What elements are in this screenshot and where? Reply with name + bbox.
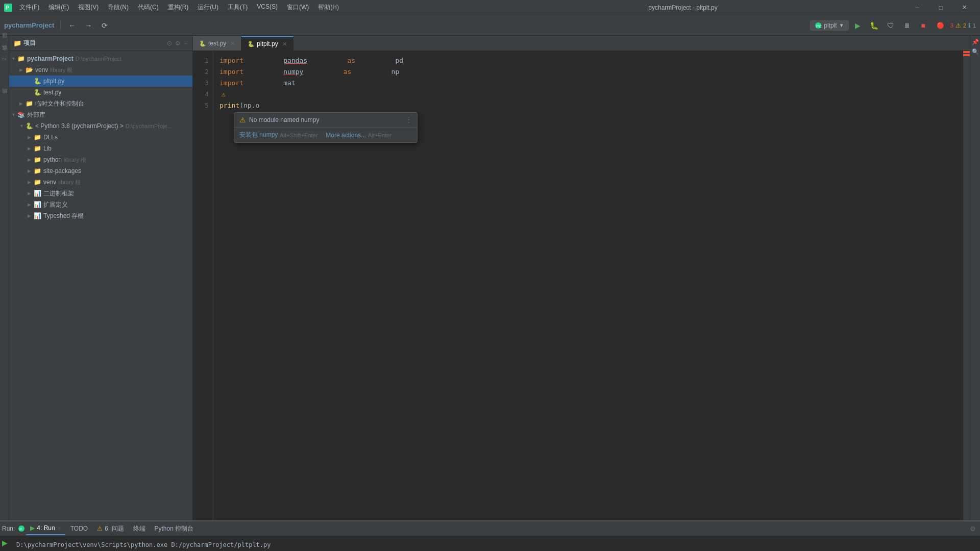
left-label-1[interactable]: 1: 项目 — [0, 40, 9, 49]
menu-file[interactable]: 文件(F) — [15, 2, 43, 13]
tree-binary[interactable]: ▶ 📊 二进制框架 — [9, 188, 192, 199]
menu-vcs[interactable]: VCS(S) — [253, 2, 282, 13]
tree-dlls[interactable]: ▶ 📁 DLLs — [9, 132, 192, 143]
run-tab-python-console[interactable]: Python 控制台 — [151, 522, 198, 535]
terminal-output: D:\pycharmProject\venv\Scripts\python.ex… — [10, 536, 980, 551]
tab-pltplt[interactable]: 🐍 pltplt.py ✕ — [241, 36, 293, 51]
code-line-4: ⚠ — [219, 89, 957, 100]
popup-warn-icon: ⚠ — [239, 116, 246, 124]
menu-nav[interactable]: 导航(N) — [104, 2, 133, 13]
toolbar-btn-2[interactable]: → — [81, 18, 95, 33]
tree-python-lib[interactable]: ▶ 📁 python library 根 — [9, 154, 192, 165]
module-numpy: numpy — [283, 66, 303, 78]
run-tab-terminal[interactable]: 终端 — [129, 522, 150, 535]
alias-np: np — [391, 66, 400, 78]
menu-run[interactable]: 运行(U) — [193, 2, 223, 13]
coverage-button[interactable]: 🛡 — [884, 18, 898, 33]
tree-sitepackages[interactable]: ▶ 📁 site-packages — [9, 165, 192, 177]
close-button[interactable]: ✕ — [952, 0, 976, 15]
tree-label-python38: < Python 3.8 (pycharmProject) > — [35, 122, 124, 130]
toolbar-btn-3[interactable]: ⟳ — [97, 18, 112, 33]
maximize-button[interactable]: □ — [929, 0, 952, 15]
run-tab-python-console-label: Python 控制台 — [155, 524, 194, 533]
kw-import-3: import — [219, 78, 243, 89]
popup-action-install[interactable]: 安装包 numpy Alt+Shift+Enter — [239, 131, 317, 139]
menu-tools[interactable]: 工具(T) — [224, 2, 252, 13]
profile-button[interactable]: ⏸ — [900, 18, 914, 33]
run-tab-run-icon: ▶ — [30, 524, 35, 532]
tree-venv2[interactable]: ▶ 📁 venv library 根 — [9, 177, 192, 188]
tree-lib[interactable]: ▶ 📁 Lib — [9, 143, 192, 154]
tree-label-testpy: test.py — [43, 89, 61, 96]
tree-extlib[interactable]: ▼ 📚 外部库 — [9, 109, 192, 120]
tree-python38[interactable]: ▼ 🐍 < Python 3.8 (pycharmProject) > D:\p… — [9, 120, 192, 132]
menu-edit[interactable]: 编辑(E) — [44, 2, 73, 13]
stop-button[interactable]: ■ — [916, 18, 930, 33]
more-shortcut: Alt+Enter — [368, 132, 391, 138]
tree-pltplt[interactable]: ▶ 🐍 pltplt.py — [9, 76, 192, 87]
left-label-3[interactable]: 结构 — [0, 96, 9, 100]
menu-view[interactable]: 视图(V) — [74, 2, 103, 13]
run-label: Run: — [2, 525, 15, 532]
popup-menu-icon[interactable]: ⋮ — [406, 116, 412, 123]
settings-gear-btn[interactable]: ⚙ — [968, 524, 978, 534]
run-config-selector[interactable]: PC pltplt ▼ — [810, 20, 848, 31]
tree-testpy[interactable]: ▶ 🐍 test.py — [9, 87, 192, 98]
warn-icon-line4: ⚠ — [222, 89, 226, 100]
project-panel: 📁 项目 ⊙ ⚙ − ▼ 📁 pycharmProject D:\pycharm… — [9, 36, 193, 520]
menu-help[interactable]: 帮助(H) — [314, 2, 343, 13]
line-numbers: 1 2 3 4 5 — [193, 51, 213, 520]
tab-close-pltplt[interactable]: ✕ — [282, 41, 287, 47]
menu-refactor[interactable]: 重构(R) — [164, 2, 193, 13]
right-icon-2[interactable]: 🔍 — [971, 47, 980, 56]
tree-root[interactable]: ▼ 📁 pycharmProject D:\pycharmProject — [9, 53, 192, 64]
code-editor[interactable]: 1 2 3 4 5 import pandas as pd import num… — [193, 51, 970, 520]
minimize-button[interactable]: ─ — [905, 0, 929, 15]
popup-title: No module named numpy — [249, 116, 403, 123]
warn-icon: ⚠ — [955, 22, 961, 29]
tree-arrow-venv: ▶ — [19, 67, 26, 72]
info-icon: ℹ — [968, 22, 971, 29]
install-label: 安装包 numpy — [239, 131, 278, 139]
run-tab-todo[interactable]: TODO — [66, 522, 92, 535]
right-icon-1[interactable]: 📌 — [971, 38, 980, 46]
menu-window[interactable]: 窗口(W) — [283, 2, 313, 13]
more-label: More actions... — [326, 132, 366, 139]
run-btn[interactable]: ▶ — [1, 538, 9, 548]
info-count: 1 — [973, 22, 976, 29]
pycharm-icon: PC — [815, 22, 822, 29]
run-button[interactable]: ▶ — [851, 18, 865, 33]
tree-icon-pltplt: 🐍 — [34, 78, 41, 85]
tree-extensions[interactable]: ▶ 📊 扩展定义 — [9, 199, 192, 210]
tree-label-typeshed: Typeshed 存根 — [43, 212, 84, 220]
tree-typeshed[interactable]: ▶ 📊 Typeshed 存根 — [9, 210, 192, 221]
kw-import-1: import — [219, 55, 243, 66]
tree-arrow-sitepackages: ▶ — [28, 168, 34, 173]
alias-pd: pd — [395, 55, 403, 66]
run-tab-problems[interactable]: ⚠ 6: 问题 — [93, 522, 128, 535]
tab-testpy[interactable]: 🐍 test.py ✕ — [193, 36, 241, 51]
tree-label-extensions: 扩展定义 — [43, 201, 68, 209]
tree-venv[interactable]: ▶ 📂 venv library 根 — [9, 64, 192, 76]
scope-btn[interactable]: ⊙ — [166, 39, 173, 48]
hide-btn[interactable]: − — [183, 39, 188, 48]
error-icon: 🔴 — [937, 22, 944, 29]
titlebar: P 文件(F) 编辑(E) 视图(V) 导航(N) 代码(C) 重构(R) 运行… — [0, 0, 980, 15]
debug-button[interactable]: 🐛 — [867, 18, 881, 33]
run-tab-run-close[interactable]: ✕ — [57, 525, 61, 531]
svg-text:P: P — [19, 527, 22, 532]
numpy-popup: ⚠ No module named numpy ⋮ 安装包 numpy Alt+… — [234, 112, 418, 143]
menu-code[interactable]: 代码(C) — [134, 2, 163, 13]
settings-btn[interactable]: ⚙ — [174, 39, 182, 48]
tree-icon-temp: 📁 — [26, 100, 33, 107]
tree-temp[interactable]: ▶ 📁 临时文件和控制台 — [9, 98, 192, 109]
paren-open: ( — [239, 100, 243, 111]
popup-action-more[interactable]: More actions... Alt+Enter — [326, 132, 391, 139]
tree-arrow-binary: ▶ — [28, 191, 34, 196]
run-tab-run[interactable]: ▶ 4: Run ✕ — [26, 522, 65, 535]
left-label-2[interactable]: 2: 收藏 — [0, 53, 9, 62]
tab-close-testpy[interactable]: ✕ — [230, 40, 235, 47]
tree-label-python-lib: python — [43, 156, 62, 163]
tree-icon-dlls: 📁 — [34, 134, 41, 141]
toolbar-btn-1[interactable]: ← — [65, 18, 79, 33]
